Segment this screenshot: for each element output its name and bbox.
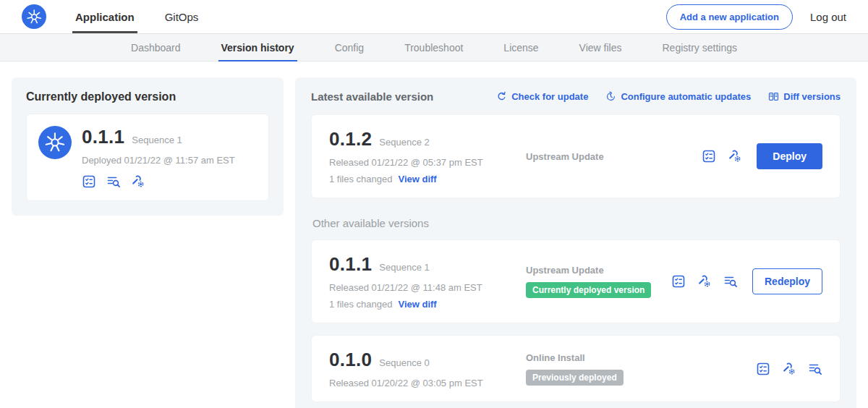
latest-title: Latest available version <box>311 90 433 103</box>
version-card-deployed: 0.1.1 Sequence 1 Released 01/21/22 @ 11:… <box>311 239 841 323</box>
sequence-label: Sequence 2 <box>379 137 429 148</box>
version-card-previous: 0.1.0 Sequence 0 Released 01/20/22 @ 03:… <box>311 335 841 402</box>
version-card-latest: 0.1.2 Sequence 2 Released 01/21/22 @ 05:… <box>311 114 841 198</box>
edit-config-icon[interactable] <box>782 362 796 376</box>
release-notes-icon[interactable] <box>702 149 716 163</box>
deployed-panel-title: Currently deployed version <box>26 90 269 103</box>
source-label: Upstream Update <box>526 151 702 162</box>
released-timestamp: Released 01/20/22 @ 03:05 pm EST <box>329 378 523 388</box>
diff-versions-label: Diff versions <box>783 91 841 102</box>
version-number: 0.1.0 <box>329 349 372 371</box>
deployed-sequence-label: Sequence 1 <box>132 135 182 145</box>
add-application-button[interactable]: Add a new application <box>666 4 793 30</box>
refresh-icon <box>496 91 507 102</box>
version-number: 0.1.2 <box>329 128 372 150</box>
version-actions: Redeploy <box>671 268 822 294</box>
app-subnav: Dashboard Version history Config Trouble… <box>0 34 868 61</box>
edit-config-icon[interactable] <box>697 274 712 289</box>
subnav-license[interactable]: License <box>503 34 538 61</box>
version-number: 0.1.1 <box>329 253 372 276</box>
subnav-config[interactable]: Config <box>335 34 364 61</box>
columns-diff-icon <box>768 91 779 102</box>
released-timestamp: Released 01/21/22 @ 05:37 pm EST <box>329 157 523 168</box>
header-actions: Check for update Configure automatic upd… <box>496 91 841 102</box>
previously-deployed-badge: Previously deployed <box>526 370 624 386</box>
version-history-panel: Latest available version Check for updat… <box>295 77 856 408</box>
check-for-update-link[interactable]: Check for update <box>496 91 588 102</box>
latest-header: Latest available version Check for updat… <box>311 90 841 103</box>
diff-icon[interactable] <box>808 362 822 376</box>
app-nav-tabs: Application GitOps <box>67 0 220 33</box>
main-content: Currently deployed version 0.1.1 Sequenc… <box>0 61 868 408</box>
deployed-version-number: 0.1.1 <box>82 126 124 148</box>
deployed-icon-row <box>82 174 235 189</box>
logout-link[interactable]: Log out <box>810 11 846 23</box>
kubernetes-logo-icon[interactable] <box>22 4 46 29</box>
edit-config-icon[interactable] <box>728 149 742 163</box>
redeploy-button[interactable]: Redeploy <box>752 268 822 294</box>
sequence-label: Sequence 1 <box>379 262 429 273</box>
view-diff-link[interactable]: View diff <box>398 174 436 184</box>
released-timestamp: Released 01/21/22 @ 11:48 am EST <box>329 282 523 293</box>
files-changed-label: 1 files changed <box>329 299 392 310</box>
currently-deployed-badge: Currently deployed version <box>526 282 651 298</box>
tab-application[interactable]: Application <box>67 0 143 33</box>
version-actions: Deploy <box>702 143 822 169</box>
subnav-troubleshoot[interactable]: Troubleshoot <box>404 34 463 61</box>
schedule-icon <box>605 91 616 102</box>
deployed-info: 0.1.1 Sequence 1 Deployed 01/21/22 @ 11:… <box>82 126 235 189</box>
currently-deployed-panel: Currently deployed version 0.1.1 Sequenc… <box>12 77 284 216</box>
source-label: Upstream Update <box>526 265 671 276</box>
version-actions <box>756 362 822 376</box>
release-notes-icon[interactable] <box>671 274 686 289</box>
subnav-view-files[interactable]: View files <box>579 34 622 61</box>
subnav-registry-settings[interactable]: Registry settings <box>663 34 737 61</box>
top-navbar: Application GitOps Add a new application… <box>0 0 868 34</box>
other-versions-title: Other available versions <box>312 217 839 229</box>
sequence-label: Sequence 0 <box>379 357 429 368</box>
edit-config-icon[interactable] <box>131 174 145 189</box>
tab-gitops[interactable]: GitOps <box>156 0 208 33</box>
configure-automatic-updates-link[interactable]: Configure automatic updates <box>605 91 751 102</box>
release-notes-icon[interactable] <box>756 362 770 376</box>
version-info: 0.1.1 Sequence 1 Released 01/21/22 @ 11:… <box>329 253 523 310</box>
files-changed-label: 1 files changed <box>329 174 392 184</box>
view-diff-link[interactable]: View diff <box>398 299 436 310</box>
navbar-right: Add a new application Log out <box>666 4 846 30</box>
subnav-dashboard[interactable]: Dashboard <box>131 34 181 61</box>
source-label: Online Install <box>526 352 756 363</box>
version-source: Online Install Previously deployed <box>523 352 756 386</box>
configure-automatic-updates-label: Configure automatic updates <box>621 91 751 102</box>
diff-icon[interactable] <box>106 174 121 189</box>
version-info: 0.1.0 Sequence 0 Released 01/20/22 @ 03:… <box>329 349 523 388</box>
deployed-timestamp: Deployed 01/21/22 @ 11:57 am EST <box>82 155 235 166</box>
deployed-version-card: 0.1.1 Sequence 1 Deployed 01/21/22 @ 11:… <box>26 114 269 201</box>
version-source: Upstream Update <box>523 151 702 162</box>
deploy-button[interactable]: Deploy <box>757 143 822 169</box>
version-source: Upstream Update Currently deployed versi… <box>523 265 671 298</box>
diff-versions-link[interactable]: Diff versions <box>768 91 841 102</box>
release-notes-icon[interactable] <box>82 174 96 189</box>
diff-icon[interactable] <box>723 274 738 289</box>
subnav-version-history[interactable]: Version history <box>221 34 294 61</box>
version-info: 0.1.2 Sequence 2 Released 01/21/22 @ 05:… <box>329 128 523 184</box>
check-for-update-label: Check for update <box>511 91 588 102</box>
app-logo-icon <box>38 126 72 159</box>
